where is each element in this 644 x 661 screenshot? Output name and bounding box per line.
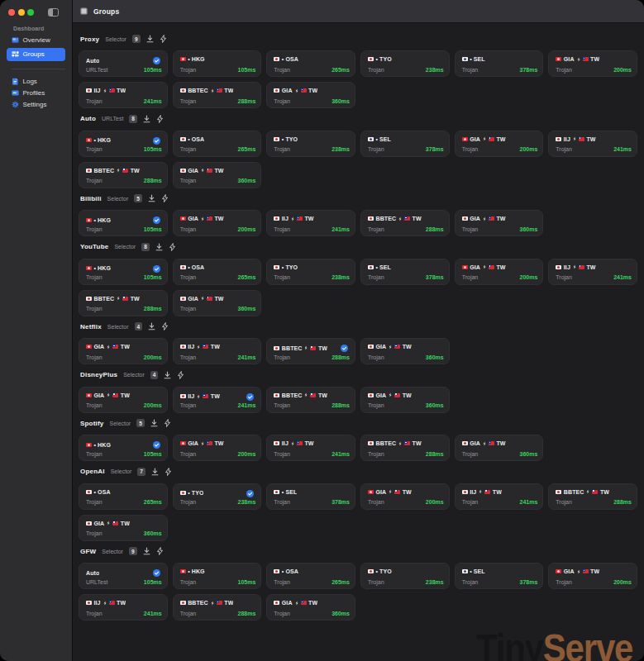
- relay-bolt-icon: [389, 392, 392, 397]
- proxy-card[interactable]: AutoURLTest105ms: [79, 50, 168, 77]
- proxy-card[interactable]: GIATWTrojan360ms: [173, 162, 262, 188]
- proxy-card[interactable]: • HKGTrojan105ms: [79, 131, 168, 157]
- proxy-card[interactable]: GIATWTrojan200ms: [360, 483, 450, 510]
- proxy-card[interactable]: • OSATrojan265ms: [173, 131, 262, 157]
- proxy-card[interactable]: IIJTWTrojan241ms: [173, 387, 262, 413]
- proxy-title: GIATW: [180, 216, 224, 221]
- speed-test-icon[interactable]: [160, 35, 167, 43]
- proxy-card[interactable]: • TYOTrojan238ms: [360, 50, 450, 77]
- proxy-card[interactable]: GIATWTrojan200ms: [548, 50, 637, 77]
- proxy-card[interactable]: BBTECTWTrojan288ms: [266, 338, 355, 364]
- proxy-card[interactable]: BBTECTWTrojan288ms: [173, 82, 262, 108]
- proxy-card[interactable]: IIJTWTrojan241ms: [455, 483, 544, 510]
- proxy-card[interactable]: GIATWTrojan200ms: [455, 131, 544, 157]
- proxy-card[interactable]: GIATWTrojan360ms: [360, 387, 450, 413]
- proxy-card[interactable]: BBTECTWTrojan288ms: [79, 290, 168, 316]
- proxy-card[interactable]: • SELTrojan378ms: [360, 131, 450, 157]
- proxy-card[interactable]: IIJTWTrojan241ms: [266, 435, 355, 461]
- proxy-card[interactable]: GIATWTrojan360ms: [455, 435, 544, 461]
- proxy-card[interactable]: IIJTWTrojan241ms: [79, 594, 168, 621]
- flag-tw-icon: [297, 441, 303, 445]
- proxy-title: BBTECTW: [274, 392, 327, 398]
- proxy-latency: 105ms: [144, 67, 162, 73]
- proxy-card[interactable]: • SELTrojan378ms: [360, 259, 450, 285]
- proxy-card[interactable]: IIJTWTrojan241ms: [266, 210, 355, 236]
- latency-test-icon[interactable]: [143, 115, 150, 123]
- proxy-card[interactable]: GIATWTrojan360ms: [79, 515, 168, 541]
- proxy-relay-name: TW: [304, 216, 313, 221]
- speed-test-icon[interactable]: [165, 468, 172, 476]
- proxy-card[interactable]: GIATWTrojan360ms: [173, 290, 262, 316]
- latency-test-icon[interactable]: [148, 194, 155, 202]
- flag-tw-icon: [583, 569, 589, 573]
- proxy-card[interactable]: GIATWTrojan200ms: [455, 259, 544, 285]
- proxy-card[interactable]: IIJTWTrojan241ms: [548, 131, 637, 157]
- proxy-card[interactable]: • OSATrojan265ms: [173, 259, 262, 285]
- proxy-title: GIATW: [180, 296, 224, 302]
- proxy-card[interactable]: GIATWTrojan360ms: [360, 338, 450, 364]
- proxy-card[interactable]: • SELTrojan378ms: [455, 563, 544, 589]
- latency-test-icon[interactable]: [155, 243, 163, 251]
- proxy-card[interactable]: BBTECTWTrojan288ms: [360, 210, 450, 236]
- proxy-relay-name: TW: [318, 392, 327, 398]
- latency-test-icon[interactable]: [143, 547, 150, 555]
- proxy-card[interactable]: GIATWTrojan200ms: [173, 435, 262, 461]
- sidebar-toggle-icon[interactable]: [48, 8, 59, 17]
- proxy-card[interactable]: BBTECTWTrojan288ms: [266, 387, 355, 413]
- proxy-latency: 105ms: [144, 451, 162, 457]
- proxy-card[interactable]: • TYOTrojan238ms: [173, 483, 262, 510]
- latency-test-icon[interactable]: [164, 371, 171, 379]
- proxy-latency: 105ms: [144, 579, 162, 585]
- proxy-card[interactable]: GIATWTrojan360ms: [266, 594, 355, 621]
- flag-tw-icon: [394, 393, 400, 397]
- proxy-card[interactable]: • HKGTrojan105ms: [79, 210, 168, 236]
- proxy-name: IIJ: [282, 216, 289, 221]
- proxy-card[interactable]: IIJTWTrojan241ms: [548, 259, 637, 285]
- speed-test-icon[interactable]: [156, 115, 164, 123]
- proxy-card[interactable]: GIATWTrojan200ms: [79, 338, 168, 364]
- speed-test-icon[interactable]: [177, 371, 184, 379]
- speed-test-icon[interactable]: [164, 419, 171, 427]
- latency-test-icon[interactable]: [146, 35, 154, 43]
- proxy-card[interactable]: GIATWTrojan360ms: [455, 210, 544, 236]
- proxy-card[interactable]: BBTECTWTrojan288ms: [360, 435, 450, 461]
- sidebar-item-logs[interactable]: Logs: [7, 76, 65, 88]
- proxy-card[interactable]: GIATWTrojan200ms: [548, 563, 637, 589]
- speed-test-icon[interactable]: [161, 194, 169, 202]
- proxy-card[interactable]: • OSATrojan265ms: [266, 50, 355, 77]
- proxy-card[interactable]: • TYOTrojan238ms: [266, 131, 355, 157]
- proxy-card[interactable]: • HKGTrojan105ms: [173, 50, 262, 77]
- sidebar-item-profiles[interactable]: Profiles: [7, 88, 65, 99]
- close-button[interactable]: [8, 9, 15, 16]
- proxy-card[interactable]: • OSATrojan265ms: [266, 563, 355, 589]
- zoom-button[interactable]: [27, 9, 34, 16]
- sidebar-item-settings[interactable]: Settings: [7, 99, 65, 111]
- latency-test-icon[interactable]: [148, 322, 155, 330]
- proxy-card[interactable]: • TYOTrojan238ms: [266, 259, 355, 285]
- proxy-protocol: Trojan: [368, 499, 384, 505]
- proxy-card[interactable]: BBTECTWTrojan288ms: [548, 483, 637, 510]
- proxy-card[interactable]: • HKGTrojan105ms: [79, 435, 168, 461]
- speed-test-icon[interactable]: [156, 547, 164, 555]
- proxy-card[interactable]: BBTECTWTrojan288ms: [79, 162, 168, 188]
- latency-test-icon[interactable]: [151, 468, 159, 476]
- minimize-button[interactable]: [18, 9, 25, 16]
- proxy-card[interactable]: • OSATrojan265ms: [79, 483, 168, 510]
- speed-test-icon[interactable]: [169, 243, 176, 251]
- latency-test-icon[interactable]: [150, 419, 158, 427]
- proxy-card[interactable]: IIJTWTrojan241ms: [173, 338, 262, 364]
- proxy-card[interactable]: AutoURLTest105ms: [79, 563, 168, 589]
- sidebar-item-overview[interactable]: Overview: [7, 33, 65, 46]
- proxy-card[interactable]: • TYOTrojan238ms: [360, 563, 450, 589]
- speed-test-icon[interactable]: [161, 322, 169, 330]
- proxy-card[interactable]: • SELTrojan378ms: [266, 483, 355, 510]
- proxy-card[interactable]: • HKGTrojan105ms: [79, 259, 168, 285]
- proxy-card[interactable]: GIATWTrojan200ms: [173, 210, 262, 236]
- proxy-card[interactable]: GIATWTrojan200ms: [79, 387, 168, 413]
- proxy-card[interactable]: GIATWTrojan360ms: [266, 82, 355, 108]
- sidebar-item-groups[interactable]: Groups: [7, 48, 65, 61]
- proxy-card[interactable]: BBTECTWTrojan288ms: [173, 594, 262, 621]
- proxy-card[interactable]: • SELTrojan378ms: [455, 50, 544, 77]
- proxy-card[interactable]: IIJTWTrojan241ms: [79, 82, 168, 108]
- proxy-card[interactable]: • HKGTrojan105ms: [173, 563, 262, 589]
